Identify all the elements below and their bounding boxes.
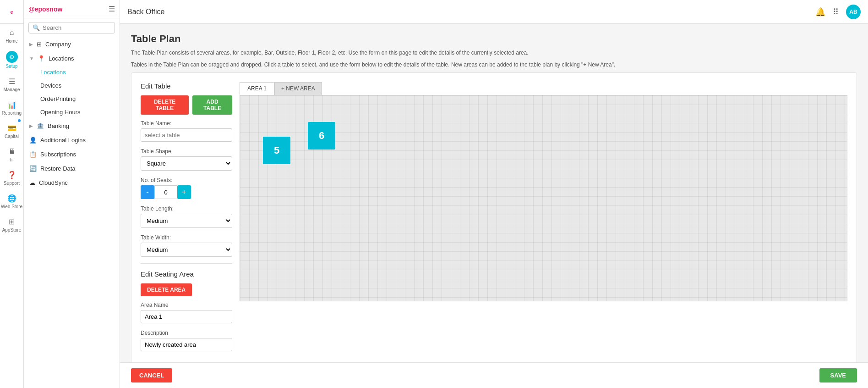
sidebar-item-banking[interactable]: ▶ 🏦 Banking bbox=[24, 119, 120, 133]
banking-icon: 🏦 bbox=[37, 122, 44, 129]
delete-table-button[interactable]: DELETE TABLE bbox=[141, 95, 189, 115]
nav-appstore-label: AppStore bbox=[2, 227, 22, 233]
edit-area-section: Edit Seating Area DELETE AREA Area Name … bbox=[141, 270, 232, 351]
sidebar-openinghours-label: Opening Hours bbox=[40, 109, 80, 116]
locations-arrow-icon: ▼ bbox=[29, 56, 34, 61]
table-width-label: Table Width: bbox=[141, 234, 232, 241]
table-5[interactable]: 5 bbox=[263, 137, 290, 164]
nav-appstore[interactable]: ⊞ AppStore bbox=[0, 213, 23, 236]
table-shape-select[interactable]: Square Circle Rectangle bbox=[141, 156, 232, 171]
support-icon: ❓ bbox=[7, 170, 17, 180]
table-shape-field: Table Shape Square Circle Rectangle bbox=[141, 148, 232, 171]
sidebar-item-company[interactable]: ▶ ⊞ Company bbox=[24, 37, 120, 51]
subscriptions-icon: 📋 bbox=[29, 151, 37, 158]
notification-icon[interactable]: 🔔 bbox=[815, 7, 825, 17]
bottom-actions: CANCEL SAVE bbox=[120, 362, 868, 388]
sidebar-item-restore-data[interactable]: 🔄 Restore Data bbox=[24, 161, 120, 176]
nav-capital-wrapper: 💳 Capital bbox=[0, 119, 23, 143]
edit-area-title: Edit Seating Area bbox=[141, 270, 232, 278]
nav-webstore-label: Web Store bbox=[1, 204, 22, 209]
table-action-buttons: DELETE TABLE ADD TABLE bbox=[141, 95, 232, 115]
sidebar-item-orderprinting[interactable]: OrderPrinting bbox=[24, 92, 120, 105]
table-name-field: Table Name: bbox=[141, 120, 232, 142]
hamburger-icon[interactable]: ☰ bbox=[109, 5, 115, 13]
cancel-button[interactable]: CANCEL bbox=[131, 368, 172, 382]
table-plan-card: Edit Table DELETE TABLE ADD TABLE Table … bbox=[131, 72, 857, 362]
restore-icon: 🔄 bbox=[29, 165, 37, 172]
nav-home-label: Home bbox=[5, 39, 18, 44]
tab-new-area[interactable]: + NEW AREA bbox=[274, 82, 322, 95]
page-body: Table Plan The Table Plan consists of se… bbox=[120, 24, 868, 362]
seats-field: No. of Seats: - + bbox=[141, 177, 232, 199]
search-icon: 🔍 bbox=[33, 24, 40, 31]
seats-minus-button[interactable]: - bbox=[141, 185, 154, 199]
nav-reporting[interactable]: 📊 Reporting bbox=[0, 96, 23, 119]
seats-label: No. of Seats: bbox=[141, 177, 232, 183]
edit-table-section: Edit Table DELETE TABLE ADD TABLE Table … bbox=[141, 82, 232, 257]
main-content: Back Office 🔔 ⠿ AB Table Plan The Table … bbox=[120, 0, 868, 388]
home-icon: ⌂ bbox=[7, 28, 17, 38]
sidebar-locations-group-label: Locations bbox=[49, 55, 74, 62]
nav-capital-label: Capital bbox=[5, 134, 19, 139]
table-length-field: Table Length: Small Medium Large bbox=[141, 205, 232, 228]
logo-text: e bbox=[10, 9, 13, 15]
search-box[interactable]: 🔍 bbox=[28, 22, 115, 33]
sidebar-locations-label: Locations bbox=[40, 69, 66, 76]
nav-home[interactable]: ⌂ Home bbox=[0, 24, 23, 47]
sidebar-item-locations-group[interactable]: ▼ 📍 Locations bbox=[24, 51, 120, 66]
sidebar-devices-label: Devices bbox=[40, 82, 61, 89]
tab-area1-label: AREA 1 bbox=[247, 85, 267, 92]
search-input[interactable] bbox=[43, 24, 111, 31]
table-width-field: Table Width: Small Medium Large bbox=[141, 234, 232, 257]
save-button[interactable]: SAVE bbox=[819, 368, 857, 382]
sidebar-item-openinghours[interactable]: Opening Hours bbox=[24, 105, 120, 119]
table-6[interactable]: 6 bbox=[308, 122, 335, 150]
nav-capital[interactable]: 💳 Capital bbox=[0, 119, 23, 143]
setup-icon: ⚙ bbox=[6, 51, 18, 63]
sidebar-item-cloudsync[interactable]: ☁ CloudSync bbox=[24, 176, 120, 190]
seats-input[interactable] bbox=[154, 185, 177, 199]
page-title: Table Plan bbox=[131, 33, 857, 45]
table-name-input[interactable] bbox=[141, 128, 232, 142]
nav-manage-label: Manage bbox=[3, 87, 20, 92]
nav-till[interactable]: 🖥 Till bbox=[0, 143, 23, 166]
area-tabs: AREA 1 + NEW AREA bbox=[240, 82, 847, 95]
sidebar-subscriptions-label: Subscriptions bbox=[40, 151, 76, 158]
grid-icon[interactable]: ⠿ bbox=[833, 7, 839, 17]
sidebar-item-additional-logins[interactable]: 👤 Additional Logins bbox=[24, 133, 120, 147]
table-6-label: 6 bbox=[319, 130, 324, 142]
description-input[interactable] bbox=[141, 338, 232, 351]
top-bar-actions: 🔔 ⠿ AB bbox=[815, 5, 861, 19]
additional-logins-icon: 👤 bbox=[29, 137, 37, 144]
seats-plus-button[interactable]: + bbox=[177, 185, 191, 199]
table-length-select[interactable]: Small Medium Large bbox=[141, 214, 232, 228]
capital-icon: 💳 bbox=[7, 123, 17, 133]
table-width-select[interactable]: Small Medium Large bbox=[141, 243, 232, 257]
delete-area-button[interactable]: DELETE AREA bbox=[141, 283, 192, 296]
sidebar-banking-label: Banking bbox=[48, 122, 69, 129]
table-name-label: Table Name: bbox=[141, 120, 232, 127]
sidebar-header: @eposnow ☰ bbox=[24, 0, 120, 18]
nav-setup-label: Setup bbox=[5, 64, 17, 69]
banking-arrow-icon: ▶ bbox=[29, 123, 33, 128]
sidebar-item-subscriptions[interactable]: 📋 Subscriptions bbox=[24, 147, 120, 161]
area-panel: AREA 1 + NEW AREA 5 6 bbox=[240, 82, 847, 358]
till-icon: 🖥 bbox=[7, 146, 17, 156]
area-name-field: Area Name bbox=[141, 302, 232, 323]
edit-panel: Edit Table DELETE TABLE ADD TABLE Table … bbox=[141, 82, 232, 358]
tab-area1[interactable]: AREA 1 bbox=[240, 82, 274, 95]
nav-support[interactable]: ❓ Support bbox=[0, 166, 23, 189]
add-table-button[interactable]: ADD TABLE bbox=[192, 95, 232, 115]
main-layout: Edit Table DELETE TABLE ADD TABLE Table … bbox=[141, 82, 847, 358]
description-label: Description bbox=[141, 330, 232, 336]
avatar[interactable]: AB bbox=[846, 5, 861, 19]
top-bar-title: Back Office bbox=[127, 8, 165, 16]
nav-setup[interactable]: ⚙ Setup bbox=[0, 47, 23, 72]
sidebar-item-devices[interactable]: Devices bbox=[24, 79, 120, 92]
nav-manage[interactable]: ☰ Manage bbox=[0, 72, 23, 96]
table-5-label: 5 bbox=[274, 144, 279, 156]
sidebar-item-locations[interactable]: Locations bbox=[24, 66, 120, 79]
area-name-input[interactable] bbox=[141, 310, 232, 323]
nav-webstore[interactable]: 🌐 Web Store bbox=[0, 189, 23, 213]
seats-control: - + bbox=[141, 185, 232, 199]
